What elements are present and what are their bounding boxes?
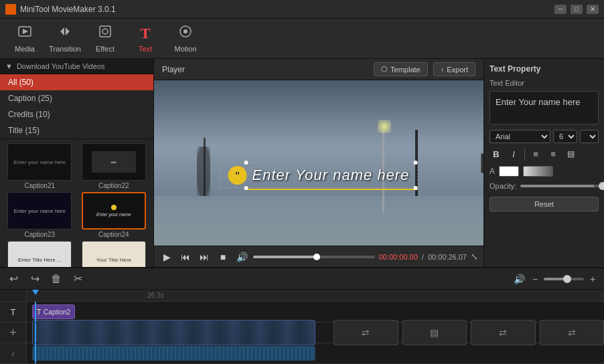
text-track-label: T	[0, 302, 26, 323]
toolbar-media[interactable]: Media	[5, 21, 44, 56]
delete-clip-button[interactable]: 🗑	[48, 271, 64, 287]
category-all[interactable]: All (50)	[0, 74, 153, 90]
swap-icon-1: ⇄	[362, 327, 370, 338]
font-family-select[interactable]: Arial	[489, 130, 550, 143]
player-title: Player	[162, 65, 185, 74]
align-left-button[interactable]: ≡	[529, 147, 542, 161]
format-separator	[524, 149, 525, 159]
bg-color-swatch[interactable]	[523, 166, 553, 177]
thumbnail-caption25[interactable]: Enter Title Here ... Caption25	[4, 241, 76, 267]
player-area[interactable]: " Enter Your name here ◀	[154, 80, 483, 246]
titlebar: MiniTool MovieMaker 3.0.1 ─ □ ✕	[0, 0, 604, 19]
audio-track-label: ♪	[0, 343, 26, 364]
caption-overlay[interactable]: " Enter Your name here	[220, 163, 419, 188]
maximize-button[interactable]: □	[571, 5, 583, 14]
transition-icon	[58, 24, 72, 42]
media-icon	[17, 24, 32, 42]
thumbnail-caption24[interactable]: Enter your name Caption24	[78, 192, 150, 238]
zoom-out-button[interactable]: −	[529, 273, 541, 285]
prev-frame-button[interactable]: ⏮	[178, 250, 193, 264]
thumb-preview-c24: Enter your name	[82, 192, 146, 230]
next-frame-button[interactable]: ⏭	[197, 250, 212, 264]
motion-icon	[178, 24, 193, 42]
timeline-labels: T + ♪	[0, 290, 27, 364]
video-clip[interactable]	[32, 320, 315, 345]
video-track-label: +	[0, 323, 26, 343]
line-spacing-select[interactable]: 1	[580, 130, 599, 143]
thumbnail-caption21[interactable]: Enter your name here Caption21	[4, 143, 76, 189]
extra-clips: ⇄ ▤ ⇄ ⇄	[327, 323, 604, 343]
text-color-swatch[interactable]	[499, 166, 519, 177]
caption-clip[interactable]: T Caption2	[32, 304, 75, 319]
extra-clip-4[interactable]: ⇄	[540, 320, 604, 345]
export-button[interactable]: ↑ Export	[433, 62, 475, 76]
minimize-button[interactable]: ─	[554, 5, 567, 14]
toolbar-motion[interactable]: Motion	[166, 21, 205, 56]
panel-collapse-button[interactable]: ◀	[481, 153, 483, 173]
toolbar-transition[interactable]: Transition	[46, 21, 84, 56]
toolbar-text[interactable]: T Text	[126, 21, 165, 56]
play-button[interactable]: ▶	[159, 250, 174, 264]
thumbnail-caption23[interactable]: Enter your name here Caption23	[4, 192, 76, 238]
thumb-preview-c25: Enter Title Here ...	[7, 241, 72, 267]
cut-button[interactable]: ✂	[70, 271, 86, 287]
align-center-button[interactable]: ≡	[546, 147, 560, 161]
thumbnail-caption22[interactable]: ▬ Caption22	[78, 143, 150, 189]
audio-track-row	[27, 343, 604, 364]
italic-button[interactable]: I	[507, 147, 520, 161]
transition-label: Transition	[49, 45, 81, 53]
progress-handle[interactable]	[313, 254, 320, 260]
stop-button[interactable]: ■	[216, 250, 230, 264]
format-row: B I ≡ ≡ ▤	[489, 147, 599, 161]
timeline-tracks: 26.3s T Caption2 ⇄	[27, 290, 604, 364]
caption-underline	[247, 189, 418, 190]
motion-label: Motion	[174, 45, 196, 53]
fullscreen-button[interactable]: ⤡	[471, 252, 478, 262]
category-list: All (50) Caption (25) Credits (10) Title…	[0, 74, 153, 139]
font-size-select[interactable]: 64	[553, 130, 577, 143]
bold-button[interactable]: B	[489, 147, 503, 161]
reset-button[interactable]: Reset	[489, 197, 599, 211]
audio-clip[interactable]	[32, 346, 315, 361]
progress-bar[interactable]	[253, 256, 375, 258]
handle-tl[interactable]	[244, 161, 248, 165]
handle-br[interactable]	[413, 186, 417, 190]
extra-clip-1[interactable]: ⇄	[333, 320, 398, 345]
toolbar-effect[interactable]: Effect	[86, 21, 125, 56]
extra-clip-2[interactable]: ▤	[402, 320, 467, 345]
redo-button[interactable]: ↪	[27, 271, 43, 287]
opacity-slider[interactable]	[520, 185, 604, 187]
playhead-triangle[interactable]	[32, 290, 39, 295]
svg-point-5	[183, 29, 187, 33]
close-button[interactable]: ✕	[587, 5, 599, 14]
zoom-slider[interactable]	[544, 278, 584, 280]
thumb-preview-c21: Enter your name here	[7, 143, 72, 181]
category-credits[interactable]: Credits (10)	[0, 106, 153, 122]
extra-clip-3[interactable]: ⇄	[471, 320, 535, 345]
playhead-audio	[35, 343, 36, 363]
download-youtube-button[interactable]: ▼ Download YouTube Videos	[0, 59, 153, 74]
undo-button[interactable]: ↩	[5, 271, 21, 287]
text-preview-box[interactable]: Enter Your name here	[489, 91, 599, 124]
timeline-toolbar: ↩ ↪ 🗑 ✂ 🔊 − +	[0, 268, 604, 290]
caption-text[interactable]: Enter Your name here	[252, 167, 410, 184]
zoom-in-button[interactable]: +	[587, 273, 599, 285]
main-area: ▼ Download YouTube Videos All (50) Capti…	[0, 59, 604, 267]
thumbnail-caption1[interactable]: Your Title Here Caption1	[78, 241, 150, 267]
text-property-title: Text Property	[489, 64, 599, 74]
playhead	[35, 302, 36, 322]
center-panel: Player ⬡ Template ↑ Export	[154, 59, 483, 267]
volume-button[interactable]: 🔊	[234, 250, 249, 264]
handle-tr[interactable]	[413, 161, 417, 165]
category-title[interactable]: Title (15)	[0, 122, 153, 139]
template-button[interactable]: ⬡ Template	[374, 62, 428, 76]
opacity-label: Opacity:	[489, 182, 516, 190]
align-right-button[interactable]: ▤	[564, 147, 577, 161]
handle-bl[interactable]	[244, 186, 248, 190]
category-caption[interactable]: Caption (25)	[0, 90, 153, 106]
audio-icon: 🔊	[514, 274, 525, 284]
add-video-icon[interactable]: +	[9, 326, 17, 340]
thumb-preview-c22: ▬	[82, 143, 146, 181]
timeline-content: T + ♪ 26.3s T Caption2	[0, 290, 604, 364]
ruler-26s: 26.3s	[147, 292, 163, 299]
